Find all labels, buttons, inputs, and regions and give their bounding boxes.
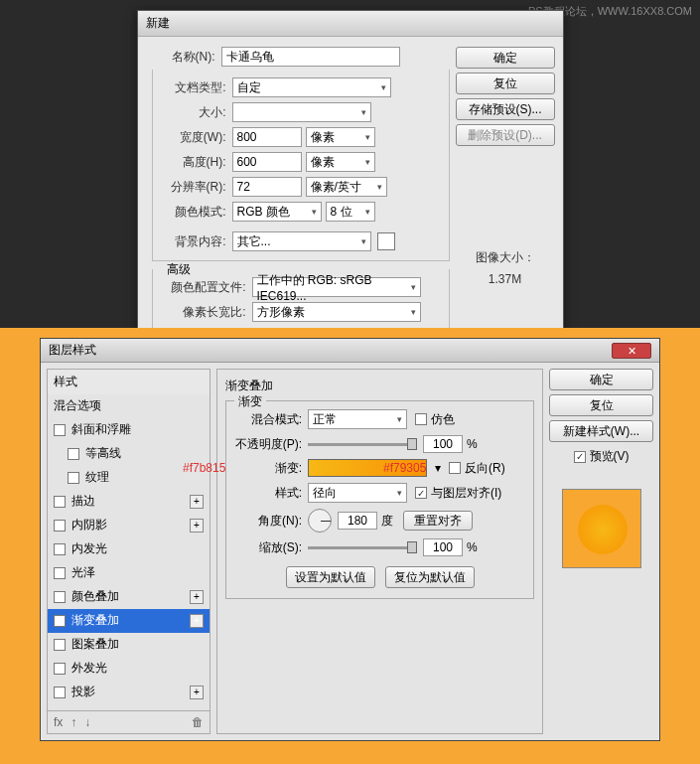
height-unit-select[interactable]: 像素▾ [306, 152, 375, 172]
reverse-label: 反向(R) [465, 460, 505, 477]
option-title: 渐变叠加 [225, 378, 534, 394]
opacity-slider[interactable] [308, 443, 417, 446]
size-select[interactable]: ▾ [232, 102, 371, 122]
realign-button[interactable]: 重置对齐 [403, 511, 473, 531]
style-checkbox[interactable] [68, 448, 79, 460]
style-checkbox[interactable] [54, 663, 66, 675]
bgcontent-select[interactable]: 其它...▾ [232, 231, 371, 251]
style-item[interactable]: 内发光 [48, 537, 210, 561]
style-item[interactable]: 纹理 [48, 466, 210, 490]
bitdepth-select[interactable]: 8 位▾ [326, 202, 375, 222]
style-item[interactable]: 等高线 [48, 442, 210, 466]
style-item[interactable]: 斜面和浮雕 [48, 418, 210, 442]
resolution-label: 分辨率(R): [157, 179, 226, 196]
reset-button[interactable]: 复位 [456, 73, 555, 94]
gradient-label: 渐变: [232, 460, 302, 477]
plus-icon[interactable]: + [190, 590, 204, 604]
bgcolor-swatch[interactable] [377, 232, 395, 250]
angle-dial[interactable] [308, 509, 332, 533]
style-item[interactable]: 投影+ [48, 681, 210, 704]
delete-preset-button[interactable]: 删除预设(D)... [456, 124, 555, 146]
style-item[interactable]: 外发光 [48, 657, 210, 681]
close-icon[interactable]: ✕ [612, 343, 651, 359]
style-label: 图案叠加 [71, 636, 119, 653]
arrow-down-icon[interactable]: ↓ [84, 715, 90, 729]
width-input[interactable] [232, 127, 302, 147]
set-default-button[interactable]: 设置为默认值 [286, 566, 375, 588]
dialog-title: 新建 [138, 11, 563, 37]
style-item[interactable]: 内阴影+ [48, 514, 210, 537]
gradient-preview[interactable] [308, 459, 427, 477]
reset-button-2[interactable]: 复位 [549, 394, 653, 416]
style-checkbox[interactable] [54, 520, 66, 532]
style-checkbox[interactable] [54, 496, 66, 508]
scale-input[interactable] [423, 538, 463, 556]
name-label: 名称(N): [146, 49, 215, 66]
opacity-label: 不透明度(P): [232, 436, 302, 453]
degree-label: 度 [381, 513, 393, 530]
style-item[interactable]: 描边+ [48, 490, 210, 514]
style-checkbox[interactable] [54, 543, 66, 555]
profile-select[interactable]: 工作中的 RGB: sRGB IEC619...▾ [252, 277, 421, 297]
doctype-select[interactable]: 自定▾ [232, 77, 391, 97]
style-label: 外发光 [71, 660, 107, 677]
gradient-style-select[interactable]: 径向▾ [308, 483, 407, 503]
width-unit-select[interactable]: 像素▾ [306, 127, 375, 147]
profile-label: 颜色配置文件: [157, 279, 246, 296]
plus-icon[interactable]: + [190, 686, 204, 699]
plus-icon[interactable]: + [190, 495, 204, 509]
blendmode-label: 混合模式: [232, 411, 302, 428]
resolution-input[interactable] [232, 177, 302, 197]
plus-icon[interactable]: + [190, 519, 204, 533]
style-label: 投影 [71, 684, 95, 700]
style-checkbox[interactable] [68, 472, 79, 484]
style-checkbox[interactable] [54, 424, 66, 436]
style-item[interactable]: 渐变叠加+ [48, 609, 210, 633]
blendmode-select[interactable]: 正常▾ [308, 409, 407, 429]
angle-input[interactable] [338, 512, 377, 530]
blend-options-item[interactable]: 混合选项 [48, 394, 210, 418]
reset-default-button[interactable]: 复位为默认值 [385, 566, 475, 588]
style-checkbox[interactable] [54, 639, 66, 651]
style-item[interactable]: 颜色叠加+ [48, 585, 210, 609]
resolution-unit-select[interactable]: 像素/英寸▾ [306, 177, 387, 197]
new-style-button[interactable]: 新建样式(W)... [549, 420, 653, 442]
fx-icon[interactable]: fx [54, 715, 63, 729]
colormode-select[interactable]: RGB 颜色▾ [232, 202, 322, 222]
style-item[interactable]: 图案叠加 [48, 633, 210, 657]
style-label: 等高线 [85, 445, 121, 462]
height-input[interactable] [232, 152, 302, 172]
effect-preview [562, 489, 641, 568]
style-label: 内阴影 [71, 517, 107, 534]
save-preset-button[interactable]: 存储预设(S)... [456, 98, 555, 120]
height-label: 高度(H): [157, 154, 226, 171]
arrow-up-icon[interactable]: ↑ [70, 715, 76, 729]
aspect-select[interactable]: 方形像素▾ [252, 302, 421, 322]
styles-header: 样式 [48, 370, 210, 394]
style-checkbox[interactable] [54, 687, 66, 698]
reverse-checkbox[interactable] [449, 462, 461, 474]
style-checkbox[interactable] [54, 567, 66, 579]
styles-panel: 样式 混合选项斜面和浮雕等高线纹理描边+内阴影+内发光光泽颜色叠加+渐变叠加+图… [47, 369, 210, 734]
ok-button[interactable]: 确定 [456, 47, 555, 69]
preview-label: 预览(V) [590, 448, 630, 465]
layer-style-dialog: 图层样式 ✕ 样式 混合选项斜面和浮雕等高线纹理描边+内阴影+内发光光泽颜色叠加… [40, 338, 660, 741]
trash-icon[interactable]: 🗑 [192, 715, 204, 729]
name-input[interactable] [221, 47, 400, 67]
style-label: 渐变叠加 [71, 612, 119, 629]
doctype-label: 文档类型: [157, 79, 226, 96]
style-checkbox[interactable] [54, 615, 66, 627]
dither-checkbox[interactable] [415, 413, 427, 425]
width-label: 宽度(W): [157, 129, 226, 146]
style-checkbox[interactable] [54, 591, 66, 603]
ok-button-2[interactable]: 确定 [549, 369, 653, 390]
imagesize-label: 图像大小： [456, 249, 555, 266]
style-label: 样式: [232, 485, 302, 502]
bgcontent-label: 背景内容: [157, 233, 226, 250]
plus-icon[interactable]: + [190, 614, 204, 628]
preview-checkbox[interactable] [574, 451, 586, 463]
opacity-input[interactable] [423, 435, 463, 453]
style-item[interactable]: 光泽 [48, 561, 210, 585]
scale-slider[interactable] [308, 546, 417, 549]
align-checkbox[interactable] [415, 487, 427, 499]
